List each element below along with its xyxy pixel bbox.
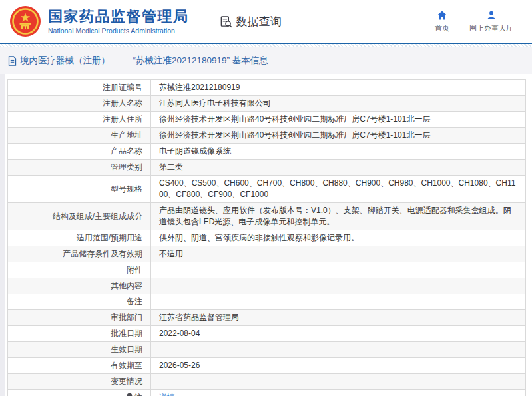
header: 国家药品监督管理局 National Medical Products Admi…	[0, 0, 532, 43]
org-name-en: National Medical Products Administration	[48, 27, 189, 35]
table-row: 批准日期2022-08-04	[8, 326, 526, 342]
row-label: 审批部门	[8, 310, 151, 326]
page: 国家药品监督管理局 National Medical Products Admi…	[0, 0, 532, 396]
row-label: 生效日期	[8, 342, 151, 358]
nav-service-hall-label: 网上办事大厅	[469, 23, 513, 33]
data-query-icon	[220, 15, 232, 28]
registration-info-table: 注册证编号苏械注准20212180919注册人名称江苏同人医疗电子科技有限公司注…	[7, 79, 526, 396]
row-label: 注册人住所	[8, 112, 151, 128]
row-value: 产品由阴道镜头、应用软件（发布版本号：V1.0）、支架、脚踏开关、电源适配器和采…	[151, 203, 526, 230]
row-value: 徐州经济技术开发区荆山路40号科技创业园二期标准厂房C7号楼1-101北一层	[151, 112, 526, 128]
row-value	[151, 262, 526, 278]
row-value: 江苏省药品监督管理局	[151, 310, 526, 326]
row-value: 详情	[151, 390, 526, 396]
row-label: 有效期至	[8, 358, 151, 374]
table-row: 产品名称电子阴道镜成像系统	[8, 144, 526, 160]
row-value	[151, 374, 526, 390]
row-label: 注册证编号	[8, 80, 151, 96]
nav-home-label: 首页	[435, 23, 449, 33]
brand: 国家药品监督管理局 National Medical Products Admi…	[9, 5, 189, 37]
table-row: 结构及组成/主要组成成分产品由阴道镜头、应用软件（发布版本号：V1.0）、支架、…	[8, 203, 526, 230]
row-label: 批准日期	[8, 326, 151, 342]
row-value: 电子阴道镜成像系统	[151, 144, 526, 160]
org-name-cn: 国家药品监督管理局	[48, 8, 189, 25]
brand-text: 国家药品监督管理局 National Medical Products Admi…	[48, 8, 189, 35]
table-row: 审批部门江苏省药品监督管理局	[8, 310, 526, 326]
row-value	[151, 294, 526, 310]
row-value: 江苏同人医疗电子科技有限公司	[151, 96, 526, 112]
breadcrumb-text: 境内医疗器械（注册） —— “苏械注准20212180919” 基本信息	[20, 55, 268, 67]
row-label: 备注	[8, 294, 151, 310]
row-label: 结构及组成/主要组成成分	[8, 203, 151, 230]
table-row: 型号规格CS400、CS500、CH600、CH700、CH800、CH880、…	[8, 176, 526, 203]
table-row: 其他内容	[8, 278, 526, 294]
table-row: 生产地址徐州经济技术开发区荆山路40号科技创业园二期标准厂房C7号楼1-101北…	[8, 128, 526, 144]
row-label: 产品储存条件及有效期	[8, 246, 151, 262]
table-row: 管理类别第二类	[8, 160, 526, 176]
top-nav: 首页 网上办事大厅	[435, 10, 513, 33]
row-label: 其他内容	[8, 278, 151, 294]
row-label: 生产地址	[8, 128, 151, 144]
row-value: 苏械注准20212180919	[151, 80, 526, 96]
row-label: 管理类别	[8, 160, 151, 176]
table-row: 变更情况	[8, 374, 526, 390]
details-link[interactable]: 详情	[159, 393, 175, 396]
breadcrumb-band: 境内医疗器械（注册） —— “苏械注准20212180919” 基本信息	[0, 47, 532, 74]
row-value	[151, 342, 526, 358]
data-query-label: 数据查询	[236, 14, 282, 29]
row-label: 附件	[8, 262, 151, 278]
info-table-body: 注册证编号苏械注准20212180919注册人名称江苏同人医疗电子科技有限公司注…	[8, 80, 526, 396]
row-value: CS400、CS500、CH600、CH700、CH800、CH880、CH90…	[151, 176, 526, 203]
breadcrumb: 境内医疗器械（注册） —— “苏械注准20212180919” 基本信息	[8, 55, 268, 67]
row-label: 产品名称	[8, 144, 151, 160]
table-row: 适用范围/预期用途供外阴、阴道、宫颈疾病的非接触性观察和影像记录用。	[8, 230, 526, 246]
row-value: 不适用	[151, 246, 526, 262]
row-label: 适用范围/预期用途	[8, 230, 151, 246]
row-value: 2022-08-04	[151, 326, 526, 342]
data-query-section: 数据查询	[220, 14, 282, 29]
table-row: 生效日期	[8, 342, 526, 358]
table-row: 注册人名称江苏同人医疗电子科技有限公司	[8, 96, 526, 112]
page-edge-strip	[0, 74, 5, 396]
home-icon	[437, 10, 447, 21]
table-row: 注册证编号苏械注准20212180919	[8, 80, 526, 96]
table-row: 注详情	[8, 390, 526, 396]
row-label: 注	[8, 390, 151, 396]
row-value: 2026-05-26	[151, 358, 526, 374]
row-value	[151, 278, 526, 294]
row-value: 第二类	[151, 160, 526, 176]
table-row: 备注	[8, 294, 526, 310]
row-value: 供外阴、阴道、宫颈疾病的非接触性观察和影像记录用。	[151, 230, 526, 246]
table-row: 产品储存条件及有效期不适用	[8, 246, 526, 262]
nav-service-hall[interactable]: 网上办事大厅	[469, 10, 513, 33]
table-row: 注册人住所徐州经济技术开发区荆山路40号科技创业园二期标准厂房C7号楼1-101…	[8, 112, 526, 128]
row-label: 型号规格	[8, 176, 151, 203]
table-row: 附件	[8, 262, 526, 278]
row-value: 徐州经济技术开发区荆山路40号科技创业园二期标准厂房C7号楼1-101北一层	[151, 128, 526, 144]
nav-home[interactable]: 首页	[435, 10, 449, 33]
document-icon	[8, 56, 17, 66]
user-icon	[486, 10, 497, 21]
row-label: 注册人名称	[8, 96, 151, 112]
row-label: 变更情况	[8, 374, 151, 390]
note-icon	[126, 393, 133, 396]
national-emblem-icon	[9, 5, 41, 37]
table-row: 有效期至2026-05-26	[8, 358, 526, 374]
